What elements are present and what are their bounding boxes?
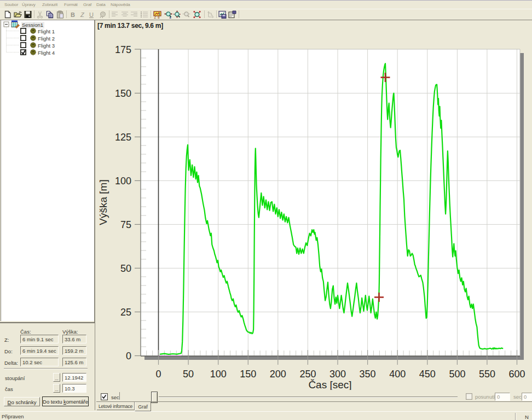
svg-text:Výška [m]: Výška [m] (97, 179, 109, 225)
svg-text:50: 50 (120, 263, 131, 274)
svg-text:150: 150 (240, 369, 256, 380)
svg-text:50: 50 (183, 369, 194, 380)
svg-text:125: 125 (115, 132, 131, 143)
svg-text:300: 300 (329, 369, 346, 380)
svg-text:450: 450 (419, 369, 436, 380)
svg-text:350: 350 (360, 369, 376, 380)
svg-text:100: 100 (210, 369, 227, 380)
svg-text:75: 75 (120, 219, 131, 230)
svg-text:250: 250 (299, 369, 316, 380)
svg-text:25: 25 (120, 307, 131, 318)
svg-text:500: 500 (449, 369, 465, 380)
svg-text:200: 200 (270, 369, 286, 380)
svg-text:Čas [sec]: Čas [sec] (308, 379, 351, 390)
svg-text:100: 100 (115, 176, 131, 186)
svg-text:Z: Z (154, 15, 157, 19)
svg-text:600: 600 (508, 369, 525, 380)
svg-text:x: x (170, 16, 172, 19)
svg-text:550: 550 (479, 369, 495, 380)
svg-text:0: 0 (126, 351, 131, 361)
svg-text:175: 175 (115, 44, 131, 55)
svg-text:0: 0 (155, 369, 161, 380)
svg-text:8: 8 (158, 15, 160, 19)
svg-text:400: 400 (389, 369, 406, 380)
svg-text:150: 150 (115, 88, 131, 99)
